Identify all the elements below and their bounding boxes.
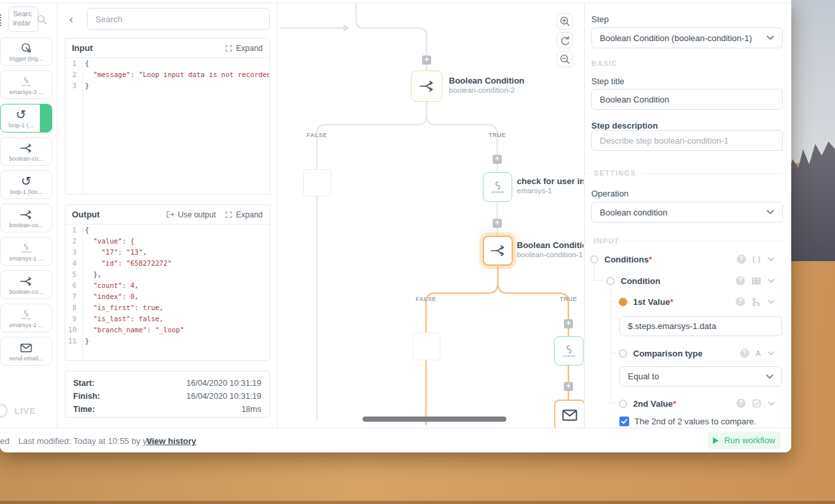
step-config-panel: Step Boolean Condition (boolean-conditio…	[585, 3, 791, 428]
second-value-hint: The 2nd of 2 values to compare.	[634, 417, 756, 426]
step-select[interactable]: Boolean Condition (boolean-condition-1)	[591, 27, 783, 48]
sidebar-item-loop-1b[interactable]: ↺ loop-1 (loo...	[0, 170, 52, 199]
run-stats: Start:16/04/2020 10:31:19 Finish:16/04/2…	[65, 371, 270, 418]
run-workflow-button[interactable]: Run workflow	[708, 432, 781, 449]
sidebar-search-input[interactable]: Searc instar	[8, 7, 39, 32]
add-step-icon[interactable]: +	[493, 155, 502, 164]
chevron-down-icon[interactable]	[768, 351, 775, 356]
radio-icon[interactable]	[590, 255, 598, 264]
second-value-row[interactable]: 2nd Value* ?	[619, 398, 783, 409]
basic-section-header: BASIC	[591, 59, 617, 67]
help-icon[interactable]: ?	[736, 276, 745, 285]
output-panel: Output Use output Expand 1{	[65, 204, 270, 361]
emarsys-icon	[561, 343, 578, 360]
last-modified-text: Last modified: Today at 10:55 by you	[18, 436, 157, 446]
radio-icon[interactable]	[606, 277, 615, 285]
first-value-row[interactable]: 1st Value* ?	[619, 296, 783, 307]
node-emarsys-1[interactable]	[483, 172, 512, 202]
branch-icon	[20, 275, 33, 288]
expand-button[interactable]: Expand	[225, 44, 263, 53]
tree-guide	[610, 353, 617, 353]
branch-label-true: TRUE	[560, 296, 578, 302]
operation-select[interactable]: Boolean condition	[591, 202, 783, 223]
add-step-icon[interactable]: +	[422, 55, 431, 65]
sidebar-item-send-email[interactable]: send-email...	[0, 337, 52, 366]
time-value: 18ms	[241, 404, 261, 415]
add-step-icon[interactable]: +	[564, 382, 573, 391]
node-boolean-condition-2[interactable]	[411, 71, 442, 102]
comparison-type-select[interactable]: Equal to	[619, 366, 782, 386]
zoom-out-button[interactable]	[557, 51, 573, 67]
horizontal-scrollbar[interactable]	[363, 417, 506, 422]
sidebar-search-text: instar	[13, 18, 38, 27]
sidebar-item-boolean-condition-2[interactable]: boolean-co...	[0, 204, 52, 232]
emarsys-icon	[20, 308, 33, 321]
radio-icon[interactable]	[619, 349, 627, 358]
node-emarsys-2[interactable]	[554, 336, 583, 366]
step-description-label: Step description	[591, 121, 658, 131]
node-boolean-condition-1[interactable]	[483, 236, 513, 266]
output-panel-title: Output	[72, 210, 100, 219]
chevron-down-icon[interactable]	[768, 300, 775, 304]
tree-guide	[610, 301, 617, 302]
condition-row[interactable]: Condition ?	[606, 275, 783, 287]
live-toggle[interactable]: LIVE	[0, 403, 36, 418]
expand-button[interactable]: Expand	[225, 210, 263, 219]
zoom-toolbar	[557, 13, 573, 67]
back-chevron-icon[interactable]: ‹	[69, 14, 73, 25]
sidebar-item-boolean-condition[interactable]: boolean-co...	[0, 137, 52, 166]
view-history-link[interactable]: View history	[146, 436, 196, 446]
saved-status-fragment: ed	[0, 436, 9, 446]
zoom-in-button[interactable]	[557, 13, 573, 29]
help-icon[interactable]: ?	[740, 349, 749, 358]
use-output-icon	[166, 210, 174, 219]
radio-icon[interactable]	[619, 400, 627, 408]
chevron-down-icon[interactable]	[768, 257, 775, 262]
trigger-icon	[20, 42, 33, 55]
empty-branch-slot[interactable]	[412, 332, 440, 360]
sidebar-item-emarsys-1[interactable]: emarsys-1 ...	[0, 237, 52, 266]
chevron-down-icon	[766, 210, 774, 215]
app-window: Searc instar trigger (trig... emarsys-3 …	[0, 0, 791, 452]
step-title-label: Step title	[591, 76, 625, 86]
help-icon[interactable]: ?	[737, 255, 746, 264]
sidebar-item-loop-1[interactable]: ↺ loop-1 (...	[0, 104, 52, 133]
add-step-icon[interactable]: +	[564, 319, 573, 328]
tree-guide	[594, 263, 595, 280]
settings-section-header: SETTINGS	[594, 169, 636, 177]
help-icon[interactable]: ?	[736, 399, 745, 408]
search-input[interactable]	[87, 8, 270, 30]
first-value-input[interactable]	[619, 316, 782, 336]
step-description-input[interactable]	[591, 130, 783, 151]
workflow-canvas[interactable]: FALSE TRUE FALSE TRUE + + + + + Boolean …	[278, 3, 585, 428]
reset-view-button[interactable]	[557, 32, 573, 48]
sidebar-item-boolean-condition-3[interactable]: boolean-co...	[0, 270, 52, 299]
zoom-out-icon	[559, 54, 570, 65]
output-code-editor[interactable]: 1{ 2 "value": { 3 "17": "13", 4 "id": "6…	[65, 225, 269, 361]
add-step-icon[interactable]: +	[493, 219, 502, 228]
step-title-input[interactable]	[591, 89, 783, 110]
sidebar-item-emarsys-3[interactable]: emarsys-3 ...	[0, 71, 52, 99]
chevron-down-icon[interactable]	[768, 279, 775, 283]
help-icon[interactable]: ?	[736, 297, 745, 306]
use-output-button[interactable]: Use output	[166, 210, 216, 219]
selected-indicator	[40, 104, 52, 132]
input-panel-title: Input	[72, 43, 93, 53]
menu-icon[interactable]	[0, 14, 1, 26]
search-icon	[37, 14, 48, 25]
tree-guide	[594, 280, 603, 281]
sidebar-item-emarsys-2[interactable]: emarsys-2 ...	[0, 304, 52, 332]
sidebar-item-trigger[interactable]: trigger (trig...	[0, 37, 52, 66]
comparison-type-row[interactable]: Comparison type ? A	[619, 347, 783, 359]
radio-icon-selected[interactable]	[619, 298, 627, 306]
empty-branch-slot[interactable]	[303, 169, 331, 197]
input-code-editor[interactable]: 1{ 2 "message": "Loop input data is not …	[65, 58, 269, 195]
checkbox-type-icon	[752, 399, 761, 408]
second-value-checkbox[interactable]	[619, 417, 629, 426]
finish-value: 16/04/2020 10:31:19	[186, 391, 261, 402]
loop-icon: ↺	[21, 175, 31, 188]
conditions-row[interactable]: Conditions* ? { }	[590, 253, 783, 265]
chevron-down-icon[interactable]	[768, 402, 775, 406]
node-send-email[interactable]	[554, 400, 585, 428]
run-inspector-panel: ‹ Input Expand 1{ 2 "message": "Loop in	[57, 3, 278, 428]
